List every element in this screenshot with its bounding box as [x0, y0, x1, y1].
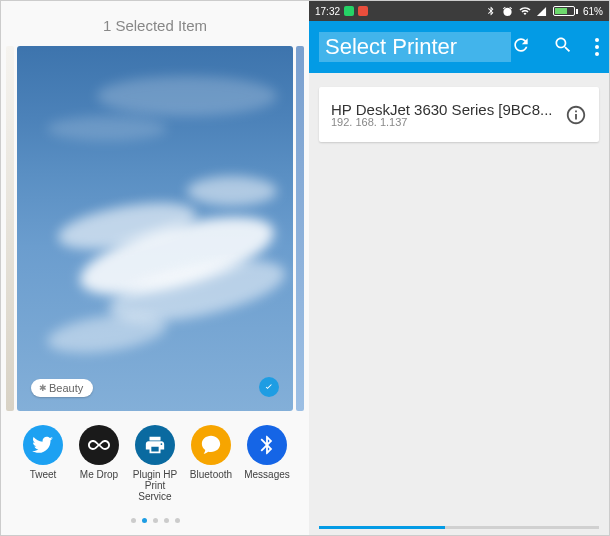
selected-image[interactable]: Beauty	[17, 46, 293, 411]
dot	[175, 518, 180, 523]
battery-pct: 61%	[583, 6, 603, 17]
dot	[164, 518, 169, 523]
share-label: Bluetooth	[183, 469, 239, 502]
more-icon[interactable]	[595, 38, 599, 56]
share-label: Me Drop	[71, 469, 127, 502]
share-targets: Tweet Me Drop Plugin HP Print Service Bl…	[6, 411, 304, 508]
loading-progress	[319, 526, 599, 529]
bluetooth-icon[interactable]	[247, 425, 287, 465]
printer-list: HP DeskJet 3630 Series [9BC8... 192. 168…	[309, 73, 609, 526]
app-bar: Select Printer	[309, 21, 609, 73]
search-icon[interactable]	[553, 35, 573, 59]
selected-check-icon[interactable]	[259, 377, 279, 397]
image-carousel[interactable]: Beauty	[6, 46, 304, 411]
signal-status-icon	[536, 5, 548, 17]
dot	[153, 518, 158, 523]
whatsapp-status-icon	[344, 6, 354, 16]
prev-image-sliver[interactable]	[6, 46, 14, 411]
wifi-status-icon	[519, 5, 531, 17]
infinity-icon[interactable]	[79, 425, 119, 465]
share-sheet: 1 Selected Item Beauty	[1, 1, 309, 535]
share-label: Plugin HP Print Service	[127, 469, 183, 502]
next-image-sliver[interactable]	[296, 46, 304, 411]
printer-item[interactable]: HP DeskJet 3630 Series [9BC8... 192. 168…	[319, 87, 599, 142]
refresh-icon[interactable]	[511, 35, 531, 59]
share-label: Messages	[239, 469, 295, 502]
sky-clouds-image	[17, 46, 293, 411]
bluetooth-status-icon	[485, 5, 497, 17]
beauty-tag-label: Beauty	[49, 382, 83, 394]
twitter-icon[interactable]	[23, 425, 63, 465]
printer-select-screen: 17:32	[309, 1, 609, 535]
printer-icon[interactable]	[135, 425, 175, 465]
app-status-icon	[358, 6, 368, 16]
dot-active	[142, 518, 147, 523]
printer-ip: 192. 168. 1.137	[331, 116, 553, 128]
share-label: Tweet	[15, 469, 71, 502]
dot	[131, 518, 136, 523]
page-dots	[6, 508, 304, 535]
messages-icon[interactable]	[191, 425, 231, 465]
alarm-status-icon	[502, 5, 514, 17]
status-bar: 17:32	[309, 1, 609, 21]
status-time: 17:32	[315, 6, 340, 17]
app-bar-title: Select Printer	[319, 32, 511, 62]
battery-status-icon	[553, 6, 578, 16]
beauty-tag[interactable]: Beauty	[31, 379, 93, 397]
selected-count-label: 1 Selected Item	[6, 9, 304, 46]
info-icon[interactable]	[565, 104, 587, 126]
